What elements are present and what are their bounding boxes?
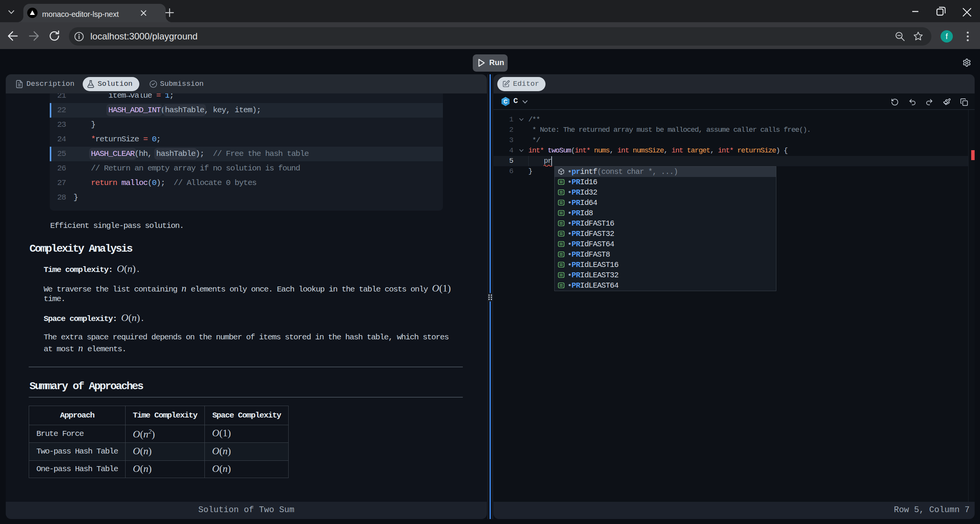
svg-text:C: C: [503, 98, 507, 105]
